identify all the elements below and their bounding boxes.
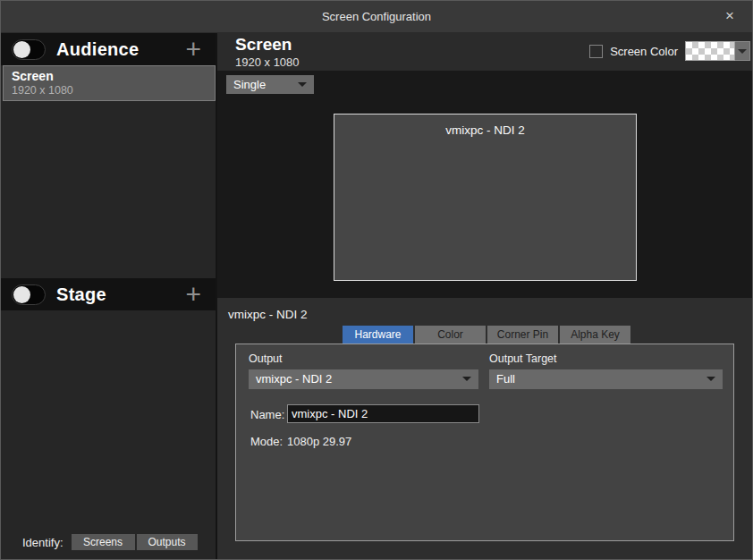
output-section-title: vmixpc - NDI 2 bbox=[228, 308, 308, 321]
page-title: Screen bbox=[235, 35, 292, 55]
stage-toggle-knob bbox=[13, 286, 30, 303]
transparent-color-swatch bbox=[685, 41, 735, 61]
hardware-tab-panel: Output vmixpc - NDI 2 Output Target Full… bbox=[235, 344, 734, 541]
identify-row: Identify: Screens Outputs bbox=[1, 532, 216, 552]
page-resolution: 1920 x 1080 bbox=[235, 55, 300, 69]
preview-output-label: vmixpc - NDI 2 bbox=[334, 123, 636, 137]
screen-color-label: Screen Color bbox=[610, 45, 678, 58]
audience-toggle-knob bbox=[13, 41, 30, 58]
tab-hardware[interactable]: Hardware bbox=[343, 326, 413, 344]
audience-label: Audience bbox=[56, 39, 139, 60]
screen-item-resolution: 1920 x 1080 bbox=[12, 84, 215, 97]
output-target-label: Output Target bbox=[489, 352, 557, 365]
output-section: vmixpc - NDI 2 Hardware Color Corner Pin… bbox=[217, 298, 753, 560]
tab-alpha-key[interactable]: Alpha Key bbox=[560, 326, 630, 344]
screen-color-checkbox[interactable] bbox=[589, 45, 603, 58]
main-header: Screen 1920 x 1080 Screen Color bbox=[217, 33, 753, 71]
add-stage-screen-icon[interactable]: + bbox=[185, 281, 205, 308]
close-icon[interactable]: × bbox=[715, 1, 745, 33]
identify-label: Identify: bbox=[22, 536, 63, 549]
tab-bar: Hardware Color Corner Pin Alpha Key bbox=[343, 326, 632, 344]
sidebar: Audience + Screen 1920 x 1080 Stage + Id… bbox=[1, 33, 217, 560]
title-bar: Screen Configuration × bbox=[1, 1, 752, 33]
layout-select[interactable]: Single bbox=[226, 75, 314, 94]
screen-list-item[interactable]: Screen 1920 x 1080 bbox=[3, 65, 216, 101]
audience-section-header: Audience + bbox=[1, 33, 216, 65]
output-select[interactable]: vmixpc - NDI 2 bbox=[249, 369, 478, 389]
output-label: Output bbox=[249, 352, 283, 365]
stage-section-header: Stage + bbox=[1, 278, 216, 310]
window-title: Screen Configuration bbox=[1, 1, 752, 33]
stage-label: Stage bbox=[56, 284, 106, 305]
audience-toggle[interactable] bbox=[12, 39, 46, 60]
output-target-select[interactable]: Full bbox=[489, 369, 723, 389]
identify-screens-button[interactable]: Screens bbox=[72, 534, 135, 550]
tab-color[interactable]: Color bbox=[415, 326, 486, 344]
screen-preview[interactable]: vmixpc - NDI 2 bbox=[334, 114, 637, 281]
mode-value: 1080p 29.97 bbox=[287, 435, 351, 448]
screen-color-group: Screen Color bbox=[589, 40, 750, 62]
screen-configuration-dialog: Screen Configuration × Audience + Screen… bbox=[0, 0, 753, 560]
chevron-down-icon[interactable] bbox=[735, 41, 750, 61]
identify-outputs-button[interactable]: Outputs bbox=[137, 534, 198, 550]
screen-item-title: Screen bbox=[12, 69, 215, 83]
screen-color-dropdown[interactable] bbox=[685, 41, 750, 61]
stage-toggle[interactable] bbox=[12, 284, 46, 305]
name-input[interactable] bbox=[287, 404, 479, 423]
name-label: Name: bbox=[250, 408, 284, 421]
tab-corner-pin[interactable]: Corner Pin bbox=[487, 326, 558, 344]
add-audience-screen-icon[interactable]: + bbox=[185, 36, 205, 63]
preview-area: Single vmixpc - NDI 2 bbox=[217, 71, 753, 298]
mode-label: Mode: bbox=[250, 435, 283, 448]
